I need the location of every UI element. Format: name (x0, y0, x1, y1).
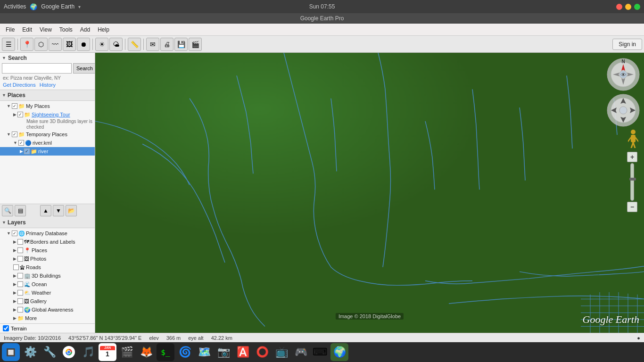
save-image-button[interactable]: 💾 (174, 38, 188, 51)
taskbar-ukelele[interactable]: ⌨ (311, 343, 329, 361)
activities-label[interactable]: Activities (4, 3, 26, 10)
primary-db-icon: 🌐 (18, 230, 25, 237)
placemark-button[interactable]: 📍 (20, 38, 33, 51)
taskbar-appstore[interactable]: 🅰️ (234, 343, 252, 361)
photos-layer-item[interactable]: ▶ 🖼 Photos (0, 255, 95, 263)
temporary-places-item[interactable]: ▼ 📁 Temporary Places (0, 130, 95, 139)
taskbar-system-settings[interactable]: 🔧 (41, 343, 58, 361)
menu-edit[interactable]: Edit (18, 25, 36, 34)
taskbar-terminal[interactable]: $_ (157, 343, 174, 361)
river-kml-item[interactable]: ▼ 🔵 river.kml (0, 139, 95, 147)
global-awareness-item[interactable]: ▶ 🌍 Global Awareness (0, 305, 95, 314)
3d-buildings-item[interactable]: ▶ 🏢 3D Buildings (0, 272, 95, 280)
primary-database-item[interactable]: ▼ 🌐 Primary Database (0, 229, 95, 238)
move-up-button[interactable]: ▲ (40, 205, 51, 216)
tilt-control[interactable] (606, 93, 640, 127)
3d-buildings-checkbox[interactable] (17, 273, 23, 279)
taskbar-chrome[interactable] (60, 343, 78, 361)
search-button[interactable]: Search (73, 63, 95, 74)
river-kml-checkbox[interactable] (18, 140, 24, 146)
global-checkbox[interactable] (17, 307, 23, 313)
sightseeing-checkbox[interactable] (17, 112, 23, 117)
sidebar-toggle-button[interactable]: ☰ (2, 38, 15, 51)
gallery-checkbox[interactable] (17, 298, 23, 304)
maximize-button[interactable] (634, 4, 640, 10)
sun-button[interactable]: ☀ (95, 38, 108, 51)
river-item[interactable]: ▶ 📁 river (0, 147, 95, 156)
record-button[interactable]: ⏺ (77, 38, 90, 51)
close-button[interactable] (616, 4, 622, 10)
places-layer-checkbox[interactable] (17, 247, 23, 253)
movie-button[interactable]: 🎬 (189, 38, 202, 51)
roads-layer-item[interactable]: 🛣 Roads (0, 263, 95, 272)
list-view-button[interactable]: ▤ (15, 205, 26, 216)
menu-add[interactable]: Add (76, 25, 94, 34)
places-layer-item[interactable]: ▶ 📍 Places (0, 246, 95, 255)
taskbar-maps[interactable]: 🗺️ (195, 343, 213, 361)
ocean-checkbox[interactable] (17, 281, 23, 287)
primary-db-checkbox[interactable] (12, 230, 17, 236)
my-places-checkbox[interactable] (12, 103, 17, 109)
sky-button[interactable]: 🌤 (109, 38, 123, 51)
weather-checkbox[interactable] (17, 290, 23, 296)
taskbar-system-prefs[interactable]: ⚙️ (21, 343, 39, 361)
compass-control[interactable]: N (606, 58, 640, 91)
menu-tools[interactable]: Tools (56, 25, 76, 34)
river-checkbox[interactable] (24, 148, 30, 154)
places-header[interactable]: ▼ Places (0, 90, 95, 101)
signin-button[interactable]: Sign in (612, 39, 642, 50)
zoom-out-button[interactable]: − (627, 202, 637, 212)
get-directions-link[interactable]: Get Directions (3, 82, 36, 88)
taskbar-calendar[interactable]: JAN 1 (99, 343, 116, 361)
taskbar-steam[interactable]: 🎮 (292, 343, 310, 361)
overlay-button[interactable]: 🖼 (63, 38, 76, 51)
gallery-layer-item[interactable]: ▶ 🖼 Gallery (0, 297, 95, 305)
history-link[interactable]: History (40, 82, 56, 88)
ocean-layer-item[interactable]: ▶ 🌊 Ocean (0, 280, 95, 288)
roads-checkbox[interactable] (13, 264, 19, 270)
taskbar-media-center[interactable]: 📺 (272, 343, 290, 361)
gallery-toggle: ▶ (13, 299, 17, 304)
taskbar-firefox[interactable]: 🦊 (137, 343, 155, 361)
svg-line-22 (636, 138, 638, 141)
taskbar-finder[interactable]: 🔲 (2, 343, 20, 361)
dropdown-arrow-icon[interactable]: ▾ (78, 4, 81, 9)
borders-checkbox[interactable] (17, 239, 23, 245)
zoom-slider[interactable] (630, 163, 634, 201)
sightseeing-tour-item[interactable]: ▶ 📁 Sightseeing Tour (0, 110, 95, 119)
layers-header[interactable]: ▼ Layers (0, 217, 95, 228)
taskbar-windyty[interactable]: 🌀 (176, 343, 194, 361)
search-places-button[interactable]: 🔍 (2, 205, 13, 216)
weather-label: Weather (32, 290, 51, 296)
map-area[interactable]: N (95, 53, 644, 333)
taskbar-earth-pro[interactable]: 🌍 (330, 343, 348, 361)
taskbar-camera[interactable]: 📷 (215, 343, 232, 361)
path-button[interactable]: 〰 (49, 38, 62, 51)
taskbar-itunes[interactable]: 🎵 (79, 343, 97, 361)
temporary-places-checkbox[interactable] (12, 132, 17, 137)
terrain-checkbox[interactable] (3, 325, 9, 331)
taskbar-claquette[interactable]: 🎬 (118, 343, 136, 361)
search-input[interactable] (2, 63, 72, 74)
print-button[interactable]: 🖨 (160, 38, 173, 51)
borders-labels-item[interactable]: ▶ 🗺 Borders and Labels (0, 238, 95, 246)
email-button[interactable]: ✉ (146, 38, 159, 51)
my-places-item[interactable]: ▼ 📁 My Places (0, 102, 95, 110)
menu-help[interactable]: Help (94, 25, 113, 34)
street-view-button[interactable] (628, 129, 638, 151)
folder-add-button[interactable]: 📂 (66, 205, 77, 216)
more-layer-item[interactable]: ▶ 📁 More (0, 314, 95, 322)
move-down-button[interactable]: ▼ (53, 205, 64, 216)
search-header[interactable]: ▼ Search (2, 55, 93, 61)
photos-checkbox[interactable] (17, 256, 23, 262)
minimize-button[interactable] (625, 4, 631, 10)
menu-view[interactable]: View (36, 25, 56, 34)
weather-layer-item[interactable]: ▶ ⛅ Weather (0, 288, 95, 297)
app-icon: 🌍 (30, 3, 37, 10)
svg-text:🔲: 🔲 (6, 348, 16, 357)
ruler-button[interactable]: 📏 (128, 38, 141, 51)
polygon-button[interactable]: ⬡ (34, 38, 48, 51)
taskbar-opera[interactable]: ⭕ (253, 343, 271, 361)
zoom-in-button[interactable]: + (627, 152, 637, 162)
menu-file[interactable]: File (2, 25, 18, 34)
